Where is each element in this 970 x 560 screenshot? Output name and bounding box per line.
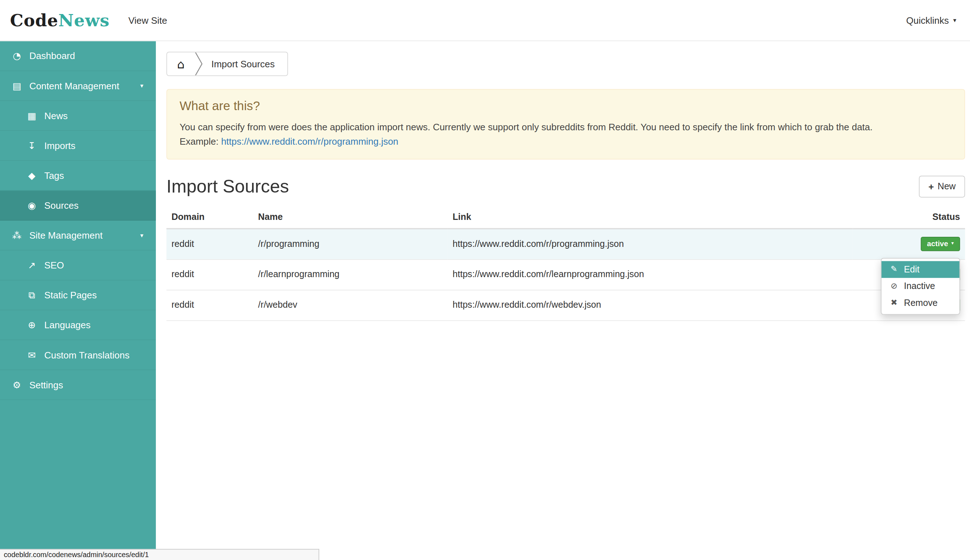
cell-link: https://www.reddit.com/r/programming.jso… xyxy=(447,228,853,260)
alert-body: You can specify from were does the appli… xyxy=(180,120,952,148)
gears-icon: ⚙ xyxy=(9,379,25,390)
sidebar: ◔ Dashboard ▤ Content Management ▾ ▦ New… xyxy=(0,41,156,560)
chevron-down-icon: ▾ xyxy=(140,82,144,89)
sidebar-item-static-pages[interactable]: ⧉ Static Pages xyxy=(0,280,156,310)
link-preview-statusbar: codebldr.com/codenews/admin/sources/edit… xyxy=(0,549,319,560)
chevron-down-icon: ▾ xyxy=(951,240,954,246)
view-site-link[interactable]: View Site xyxy=(128,15,167,25)
cell-name: /r/learnprogramming xyxy=(253,259,447,290)
example-link[interactable]: https://www.reddit.com/r/programming.jso… xyxy=(221,136,398,147)
status-badge-label: active xyxy=(927,239,948,248)
page-title: Import Sources xyxy=(166,176,289,197)
column-header-domain: Domain xyxy=(166,205,253,228)
top-navbar: CodeNews View Site Quicklinks ▾ xyxy=(0,0,970,41)
sidebar-item-label: Dashboard xyxy=(29,50,75,61)
cell-name: /r/webdev xyxy=(253,290,447,320)
quicklinks-label: Quicklinks xyxy=(906,15,949,25)
sidebar-item-label: News xyxy=(44,110,68,120)
sidebar-item-imports[interactable]: ↧ Imports xyxy=(0,131,156,161)
sidebar-item-label: Sources xyxy=(44,200,78,210)
sidebar-item-sources[interactable]: ◉ Sources xyxy=(0,191,156,221)
pencil-icon: ✎ xyxy=(889,264,899,273)
status-badge-dropdown[interactable]: active ▾ xyxy=(921,237,960,251)
app-logo[interactable]: CodeNews xyxy=(10,10,110,30)
cell-link: https://www.reddit.com/r/webdev.json xyxy=(447,290,853,320)
file-icon: ▤ xyxy=(9,80,25,91)
sidebar-item-custom-translations[interactable]: ✉ Custom Translations xyxy=(0,340,156,370)
chevron-down-icon: ▾ xyxy=(140,232,144,238)
page: CodeNews View Site Quicklinks ▾ ◔ Dashbo… xyxy=(0,0,970,560)
logo-text-accent: News xyxy=(58,10,110,30)
cell-domain: reddit xyxy=(166,228,253,260)
table-row: reddit /r/webdev https://www.reddit.com/… xyxy=(166,290,965,320)
column-header-link: Link xyxy=(447,205,853,228)
dropdown-item-remove[interactable]: ✖ Remove xyxy=(882,294,959,311)
plus-icon: + xyxy=(928,181,933,192)
breadcrumb-current: Import Sources xyxy=(203,52,287,75)
sources-table: Domain Name Link Status reddit /r/progra… xyxy=(166,205,965,320)
sidebar-item-dashboard[interactable]: ◔ Dashboard xyxy=(0,41,156,71)
info-alert: What are this? You can specify from were… xyxy=(166,89,965,160)
sidebar-item-label: Imports xyxy=(44,140,76,151)
cell-link: https://www.reddit.com/r/learnprogrammin… xyxy=(447,259,853,290)
sidebar-item-label: Languages xyxy=(44,320,91,330)
sidebar-item-label: Settings xyxy=(29,379,63,390)
eye-slash-icon: ⊘ xyxy=(889,281,899,290)
column-header-status: Status xyxy=(853,205,965,228)
main-content: ⌂ Import Sources What are this? You can … xyxy=(156,41,970,560)
download-icon: ↧ xyxy=(25,140,40,151)
column-header-name: Name xyxy=(253,205,447,228)
chevron-down-icon: ▾ xyxy=(953,17,956,24)
sidebar-item-label: Static Pages xyxy=(44,290,97,300)
sidebar-item-settings[interactable]: ⚙ Settings xyxy=(0,370,156,400)
logo-text-primary: Code xyxy=(10,10,58,30)
sidebar-item-label: Content Management xyxy=(29,80,119,91)
sidebar-item-tags[interactable]: ◆ Tags xyxy=(0,161,156,191)
sidebar-item-news[interactable]: ▦ News xyxy=(0,101,156,131)
sidebar-item-site-management[interactable]: ⁂ Site Management ▾ xyxy=(0,221,156,250)
sources-table-wrap: Domain Name Link Status reddit /r/progra… xyxy=(166,205,965,320)
dropdown-item-edit[interactable]: ✎ Edit xyxy=(882,261,959,278)
sidebar-item-label: Tags xyxy=(44,170,64,181)
new-button[interactable]: + New xyxy=(919,175,965,197)
dashboard-icon: ◔ xyxy=(9,50,25,61)
sidebar-item-seo[interactable]: ↗ SEO xyxy=(0,250,156,280)
globe-icon: ⊕ xyxy=(25,319,40,330)
alert-body-text: You can specify from were does the appli… xyxy=(180,122,873,132)
cell-domain: reddit xyxy=(166,259,253,290)
sidebar-item-content-management[interactable]: ▤ Content Management ▾ xyxy=(0,71,156,101)
sidebar-item-label: Custom Translations xyxy=(44,350,130,360)
quicklinks-dropdown[interactable]: Quicklinks ▾ xyxy=(906,15,956,25)
rss-icon: ◉ xyxy=(25,200,40,211)
alert-title: What are this? xyxy=(180,99,952,113)
breadcrumb-separator xyxy=(194,52,203,75)
table-row: reddit /r/learnprogramming https://www.r… xyxy=(166,259,965,290)
page-header-row: Import Sources + New xyxy=(166,175,965,197)
alert-example-label: Example: xyxy=(180,136,219,147)
cell-domain: reddit xyxy=(166,290,253,320)
new-button-label: New xyxy=(938,182,956,192)
home-icon[interactable]: ⌂ xyxy=(167,52,194,75)
dropdown-item-inactive[interactable]: ⊘ Inactive xyxy=(882,277,959,294)
sidebar-item-label: SEO xyxy=(44,260,64,270)
chart-line-icon: ↗ xyxy=(25,260,40,271)
breadcrumb: ⌂ Import Sources xyxy=(166,52,288,76)
comment-icon: ✉ xyxy=(25,349,40,360)
tag-icon: ◆ xyxy=(25,170,40,181)
sitemap-icon: ⁂ xyxy=(9,230,25,241)
sidebar-item-label: Site Management xyxy=(29,230,103,240)
status-dropdown-menu: ✎ Edit ⊘ Inactive ✖ Remove xyxy=(881,258,960,315)
table-header-row: Domain Name Link Status xyxy=(166,205,965,228)
dropdown-item-label: Inactive xyxy=(904,281,935,291)
cell-name: /r/programming xyxy=(253,228,447,260)
dropdown-item-label: Edit xyxy=(904,264,920,274)
table-row: reddit /r/programming https://www.reddit… xyxy=(166,228,965,260)
copy-icon: ⧉ xyxy=(25,289,40,300)
newspaper-icon: ▦ xyxy=(25,110,40,121)
dropdown-item-label: Remove xyxy=(904,298,938,308)
sidebar-item-languages[interactable]: ⊕ Languages xyxy=(0,310,156,340)
x-icon: ✖ xyxy=(889,298,899,307)
